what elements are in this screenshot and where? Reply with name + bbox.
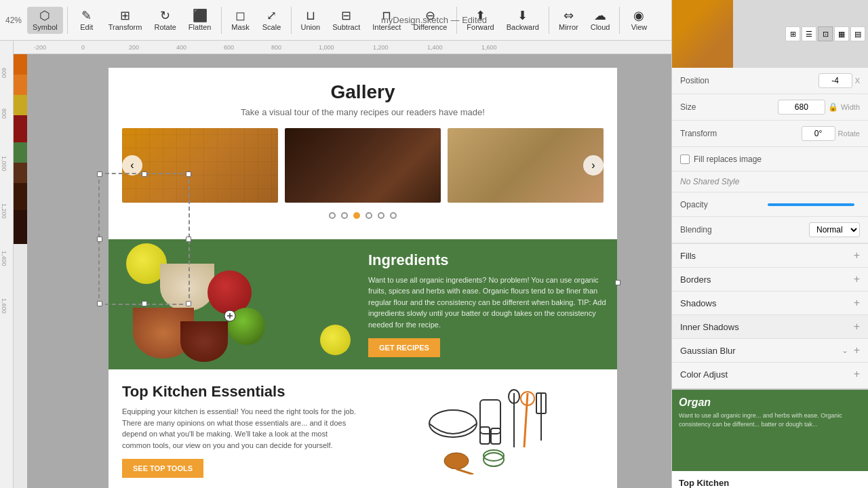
tool-subtract[interactable]: ⊟ Subtract: [327, 7, 366, 34]
rotate-icon: ↻: [160, 9, 170, 22]
tool-backward[interactable]: ⬇ Backward: [501, 7, 545, 34]
gallery-nav-right[interactable]: ›: [583, 155, 604, 176]
position-x-input[interactable]: [818, 73, 852, 88]
union-label: Union: [301, 23, 321, 31]
gallery-section: Gallery Take a visual tour of the many r…: [108, 68, 617, 239]
view-grid-icon[interactable]: ⊞: [785, 26, 800, 41]
swatch-brown[interactable]: [14, 163, 27, 183]
blending-select[interactable]: Normal Multiply Screen: [809, 222, 860, 237]
ingredients-text: Ingredients Want to use all organic ingr…: [368, 251, 606, 358]
kitchen-tools-svg: [419, 386, 555, 474]
svg-line-14: [456, 469, 473, 474]
color-adjust-add-icon[interactable]: +: [854, 368, 860, 380]
size-row: Size 🔒 Width: [672, 94, 868, 121]
tool-edit[interactable]: ✎ Edit: [72, 7, 102, 34]
tool-cloud[interactable]: ☁ Cloud: [585, 7, 616, 34]
ruler-vmark-3: 1,200: [1, 203, 7, 219]
fills-add-icon[interactable]: +: [854, 249, 860, 262]
preview-panels: Organ Want to use all organic ingre... a…: [672, 388, 868, 488]
transform-input[interactable]: [802, 126, 835, 141]
ruler-mark-7: 1,200: [373, 44, 389, 51]
flatten-icon: ⬛: [193, 9, 208, 22]
shadows-section[interactable]: Shadows +: [672, 291, 868, 314]
dot-5[interactable]: [378, 212, 384, 219]
tool-symbol[interactable]: ⬡ Symbol: [27, 7, 63, 34]
dot-1[interactable]: [329, 212, 336, 219]
dot-4[interactable]: [366, 212, 372, 219]
ruler-vmark-5: 1,600: [1, 298, 7, 314]
tool-mirror[interactable]: ⇔ Mirror: [553, 7, 584, 34]
lock-icon: 🔒: [828, 102, 838, 112]
gaussian-blur-label: Gaussian Blur: [680, 346, 839, 356]
swatch-green[interactable]: [14, 142, 27, 163]
ruler-mark-0: -200: [34, 44, 46, 51]
fill-replaces-label: Fill replaces image: [694, 155, 860, 164]
gallery-nav-left[interactable]: ‹: [122, 155, 142, 176]
preview-kitchen: Top Kitchen Equipping your kitchen is es…: [672, 471, 868, 488]
ruler-vmark-0: 600: [1, 68, 7, 78]
gallery-images: [122, 128, 604, 203]
toolbar-sep-1: [67, 7, 68, 34]
shadows-add-icon[interactable]: +: [854, 297, 860, 309]
inner-shadows-add-icon[interactable]: +: [854, 321, 860, 333]
swatch-orange[interactable]: [14, 54, 27, 75]
no-shared-style-row: No Shared Style: [672, 171, 868, 192]
tool-union[interactable]: ⊔ Union: [296, 7, 326, 34]
symbol-label: Symbol: [33, 23, 58, 31]
handle-ml[interactable]: [97, 237, 102, 242]
transform-sublabel: Rotate: [838, 129, 860, 138]
view-tile-icon[interactable]: ⊡: [818, 26, 833, 41]
thumb-panel-controls: ⊞ ☰ ⊡ ▦ ▤: [733, 0, 868, 68]
handle-bl[interactable]: [97, 301, 102, 306]
ruler-vmark-1: 800: [1, 108, 7, 119]
view-list-icon[interactable]: ☰: [802, 26, 816, 41]
inner-shadows-section[interactable]: Inner Shadows +: [672, 314, 868, 338]
dot-6[interactable]: [390, 212, 397, 219]
swatch-darkbrown[interactable]: [14, 183, 27, 210]
gaussian-blur-add-icon[interactable]: +: [854, 344, 860, 357]
swatch-yellow[interactable]: [14, 95, 27, 115]
borders-add-icon[interactable]: +: [854, 273, 860, 285]
transform-row: Transform Rotate: [672, 121, 868, 147]
mask-icon: ◻: [235, 9, 245, 22]
color-adjust-section[interactable]: Color Adjust +: [672, 362, 868, 386]
tool-group-main: ⬡ Symbol ✎ Edit ⊞ Transform ↻ Rotate ⬛ F…: [27, 7, 654, 34]
tool-view[interactable]: ◉ View: [624, 7, 654, 34]
flatten-label: Flatten: [189, 23, 212, 31]
preview-kitchen-title: Top Kitchen: [679, 478, 861, 488]
view-extra-icon[interactable]: ▤: [850, 26, 865, 41]
get-recipes-button[interactable]: GET RECIPES: [368, 338, 440, 357]
gallery-image-cake: [285, 128, 441, 203]
gallery-title: Gallery: [122, 81, 604, 103]
app-title: myDesign.sketch — Edited: [381, 15, 487, 25]
gaussian-blur-section[interactable]: Gaussian Blur ⌄ +: [672, 338, 868, 362]
gaussian-blur-expand-icon[interactable]: ⌄: [842, 346, 848, 355]
view-detail-icon[interactable]: ▦: [834, 26, 849, 41]
handle-tl[interactable]: [97, 171, 102, 177]
borders-section[interactable]: Borders +: [672, 267, 868, 291]
dot-3[interactable]: [353, 212, 360, 219]
shadows-label: Shadows: [680, 298, 848, 308]
fills-section[interactable]: Fills +: [672, 243, 868, 267]
mirror-label: Mirror: [559, 23, 578, 31]
tool-rotate[interactable]: ↻ Rotate: [149, 7, 181, 34]
fill-replaces-checkbox[interactable]: [680, 155, 690, 164]
symbol-icon: ⬡: [39, 9, 50, 22]
tool-scale[interactable]: ⤢ Scale: [257, 7, 287, 34]
tool-mask[interactable]: ◻ Mask: [226, 7, 256, 34]
opacity-bar[interactable]: [768, 203, 855, 206]
swatch-orange2[interactable]: [14, 75, 27, 95]
canvas-content: Gallery Take a visual tour of the many r…: [108, 68, 617, 488]
tool-flatten[interactable]: ⬛ Flatten: [183, 7, 217, 34]
inner-shadows-label: Inner Shadows: [680, 322, 848, 332]
tool-transform[interactable]: ⊞ Transform: [103, 7, 148, 34]
fills-label: Fills: [680, 251, 848, 261]
gallery-dots: [122, 212, 604, 219]
dot-2[interactable]: [341, 212, 348, 219]
ingredient-bowl-medium: [180, 321, 228, 362]
swatch-red[interactable]: [14, 115, 27, 142]
size-width-input[interactable]: [778, 100, 825, 115]
canvas-area[interactable]: Gallery Take a visual tour of the many r…: [27, 54, 671, 488]
swatch-darkbrown2[interactable]: [14, 210, 27, 244]
see-tools-button[interactable]: SEE TOP TOOLS: [122, 459, 203, 478]
